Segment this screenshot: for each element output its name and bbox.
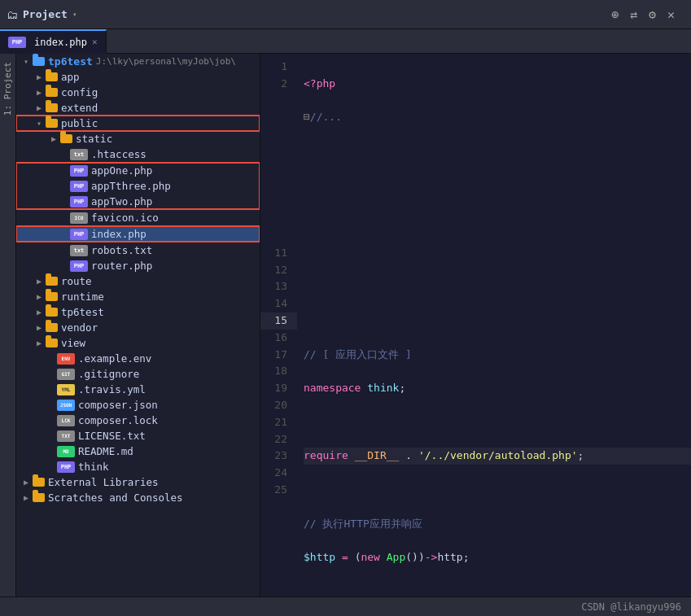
code-content[interactable]: <?php ⊟//... // [ 应用入口文件 ] namespace thi… [297, 54, 691, 596]
tree-item-extend[interactable]: ▶ extend [16, 100, 260, 116]
appone-label: appOne.php [91, 164, 152, 177]
tab-index-php[interactable]: PHP index.php ✕ [0, 29, 107, 54]
tree-item-tp6test[interactable]: ▶ tp6test [16, 304, 260, 320]
close-icon[interactable]: ✕ [667, 7, 675, 22]
vendor-folder-icon [46, 323, 58, 332]
route-arrow: ▶ [33, 277, 46, 286]
view-label: view [61, 337, 85, 349]
tree-item-indexphp[interactable]: PHP index.php [16, 226, 260, 242]
exampleenv-label: .example.env [78, 352, 151, 365]
exampleenv-badge: ENV [57, 353, 75, 365]
ext-arrow: ▶ [20, 478, 33, 487]
tree-item-route[interactable]: ▶ route [16, 273, 260, 289]
tree-item-favicon[interactable]: ICO favicon.ico [16, 210, 260, 225]
ext-label: External Libraries [48, 476, 158, 488]
router-label: router.php [91, 260, 152, 272]
root-folder-icon [33, 57, 45, 66]
toolbar-left: 🗂 Project ▾ [7, 8, 153, 21]
tree-item-external-libraries[interactable]: ▶ External Libraries [16, 474, 260, 490]
tree-item-router[interactable]: PHP router.php [16, 258, 260, 273]
indexphp-label: index.php [91, 228, 147, 240]
appone-badge: PHP [70, 165, 88, 177]
config-label: config [61, 86, 98, 98]
think-badge: PHP [57, 461, 75, 473]
vertical-project-tab[interactable]: 1: Project [0, 54, 16, 596]
status-text: CSDN @likangyu996 [581, 601, 681, 613]
tree-root[interactable]: ▾ tp6test J:\lky\personal\myJob\job\ [16, 54, 260, 69]
vendor-arrow: ▶ [33, 323, 46, 332]
composerlock-label: composer.lock [78, 414, 158, 426]
tp6test-folder-icon [46, 308, 58, 317]
sidebar: ▾ tp6test J:\lky\personal\myJob\job\ ▶ a… [16, 54, 260, 596]
code-line-15: require __DIR__ . '/../vendor/autoload.p… [304, 448, 691, 465]
config-folder-icon [46, 88, 58, 97]
tree-item-scratches[interactable]: ▶ Scratches and Consoles [16, 490, 260, 505]
tree-item-robots[interactable]: txt robots.txt [16, 242, 260, 258]
tree-item-think[interactable]: PHP think [16, 459, 260, 474]
indexphp-badge: PHP [70, 229, 88, 240]
apptwo-label: appTwo.php [91, 195, 152, 208]
tree-item-htaccess[interactable]: txt .htaccess [16, 146, 260, 162]
code-line-11 [304, 312, 691, 330]
code-line-19 [304, 583, 691, 596]
tree-item-example-env[interactable]: ENV .example.env [16, 351, 260, 366]
editor-content[interactable]: 1 2 11 12 13 14 15 16 17 18 19 20 21 22 … [260, 54, 691, 596]
vendor-label: vendor [61, 321, 98, 334]
editor-area: 1 2 11 12 13 14 15 16 17 18 19 20 21 22 … [260, 54, 691, 596]
route-label: route [61, 275, 92, 287]
code-line-17: // 执行HTTP应用并响应 [304, 516, 691, 533]
travis-badge: YML [57, 384, 75, 395]
gitignore-label: .gitignore [78, 368, 139, 380]
tree-item-composer-json[interactable]: JSON composer.json [16, 397, 260, 413]
route-folder-icon [46, 277, 58, 286]
code-line-1: <?php [304, 76, 691, 93]
settings-icon[interactable]: ⚙ [649, 7, 656, 22]
favicon-label: favicon.ico [91, 212, 159, 224]
code-line-2: ⊟//... [304, 109, 691, 126]
globe-icon[interactable]: ⊕ [611, 7, 619, 22]
tree-item-view[interactable]: ▶ view [16, 335, 260, 351]
code-line-13: namespace think; [304, 380, 691, 397]
tree-item-gitignore[interactable]: GIT .gitignore [16, 366, 260, 382]
code-gap [304, 143, 691, 295]
tab-close-button[interactable]: ✕ [92, 37, 98, 47]
tree-item-apptwo[interactable]: PHP appTwo.php [16, 194, 260, 209]
tab-php-badge: PHP [8, 37, 26, 48]
tree-item-readme[interactable]: MD README.md [16, 443, 260, 459]
project-dropdown-arrow[interactable]: ▾ [72, 10, 77, 19]
tree-item-public[interactable]: ▾ public [16, 116, 260, 131]
static-arrow: ▶ [47, 134, 60, 143]
tree-item-vendor[interactable]: ▶ vendor [16, 320, 260, 335]
vertical-tab-label: 1: Project [2, 62, 13, 116]
tree-item-config[interactable]: ▶ config [16, 85, 260, 100]
tree-item-apptthree[interactable]: PHP appTthree.php [16, 178, 260, 194]
public-folder-icon [46, 119, 58, 128]
tree-item-travis[interactable]: YML .travis.yml [16, 382, 260, 397]
runtime-arrow: ▶ [33, 292, 46, 301]
runtime-label: runtime [61, 291, 104, 303]
project-label: Project [23, 8, 68, 20]
router-badge: PHP [70, 260, 88, 272]
code-line-12: // [ 应用入口文件 ] [304, 347, 691, 364]
static-folder-icon [60, 134, 72, 143]
ext-folder-icon [33, 478, 45, 487]
split-icon[interactable]: ⇄ [630, 7, 637, 22]
tree-item-composer-lock[interactable]: LCK composer.lock [16, 413, 260, 428]
public-label: public [61, 117, 98, 129]
config-arrow: ▶ [33, 88, 46, 97]
robots-badge: txt [70, 245, 88, 256]
think-label: think [78, 461, 109, 473]
license-badge: TXT [57, 430, 75, 442]
tree-item-license[interactable]: TXT LICENSE.txt [16, 428, 260, 443]
view-folder-icon [46, 339, 58, 347]
extend-folder-icon [46, 103, 58, 112]
public-arrow: ▾ [33, 119, 46, 128]
app-folder-icon [46, 72, 58, 81]
tree-item-static[interactable]: ▶ static [16, 131, 260, 146]
tree-item-app[interactable]: ▶ app [16, 69, 260, 85]
scratches-folder-icon [33, 493, 45, 502]
readme-label: README.md [78, 445, 133, 457]
tree-item-runtime[interactable]: ▶ runtime [16, 289, 260, 304]
tree-item-appone[interactable]: PHP appOne.php [16, 163, 260, 178]
static-label: static [76, 133, 112, 145]
